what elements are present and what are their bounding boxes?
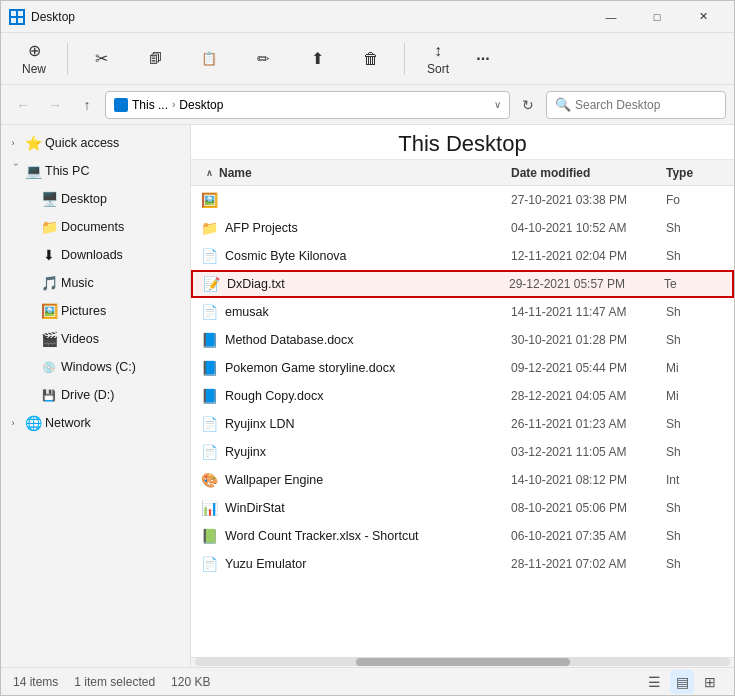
sidebar: › ⭐ Quick access › 💻 This PC 🖥️ Desktop … <box>1 125 191 667</box>
address-chevron-1: › <box>172 99 175 110</box>
share-button[interactable]: ⬆ <box>292 37 342 81</box>
pictures-icon: 🖼️ <box>41 303 57 319</box>
network-icon: 🌐 <box>25 415 41 431</box>
file-name-f7: Rough Copy.docx <box>225 389 511 403</box>
sidebar-item-videos[interactable]: 🎬 Videos <box>1 325 190 353</box>
address-box[interactable]: This ... › Desktop ∨ <box>105 91 510 119</box>
sidebar-item-pictures[interactable]: 🖼️ Pictures <box>1 297 190 325</box>
sidebar-item-drive-d[interactable]: 💾 Drive (D:) <box>1 381 190 409</box>
file-date-f8: 26-11-2021 01:23 AM <box>511 417 666 431</box>
cut-icon: ✂ <box>95 49 108 68</box>
drive-d-icon: 💾 <box>41 387 57 403</box>
file-name-f13: Yuzu Emulator <box>225 557 511 571</box>
addressbar: ← → ↑ This ... › Desktop ∨ ↻ 🔍 <box>1 85 734 125</box>
back-button[interactable]: ← <box>9 91 37 119</box>
sidebar-item-windows-c[interactable]: 💿 Windows (C:) <box>1 353 190 381</box>
window: Desktop — □ ✕ ⊕ New ✂ 🗐 📋 ✏ ⬆ 🗑 <box>0 0 735 696</box>
file-row-f12[interactable]: 📗Word Count Tracker.xlsx - Shortcut06-10… <box>191 522 734 550</box>
search-box[interactable]: 🔍 <box>546 91 726 119</box>
file-type-f1: Sh <box>666 221 726 235</box>
sidebar-item-music[interactable]: 🎵 Music <box>1 269 190 297</box>
sidebar-label-pictures: Pictures <box>61 304 182 318</box>
close-button[interactable]: ✕ <box>680 1 726 33</box>
file-row-f1[interactable]: 📁AFP Projects04-10-2021 10:52 AMSh <box>191 214 734 242</box>
sidebar-item-quick-access[interactable]: › ⭐ Quick access <box>1 129 190 157</box>
file-date-f9: 03-12-2021 11:05 AM <box>511 445 666 459</box>
toolbar-separator-1 <box>67 43 68 75</box>
file-row-f6[interactable]: 📘Pokemon Game storyline.docx09-12-2021 0… <box>191 354 734 382</box>
sidebar-item-desktop[interactable]: 🖥️ Desktop <box>1 185 190 213</box>
file-row-f2[interactable]: 📄Cosmic Byte Kilonova12-11-2021 02:04 PM… <box>191 242 734 270</box>
quick-access-chevron: › <box>5 135 21 151</box>
delete-icon: 🗑 <box>363 50 379 68</box>
file-row-f3[interactable]: 📝DxDiag.txt29-12-2021 05:57 PMTe <box>191 270 734 298</box>
file-row-f9[interactable]: 📄Ryujinx03-12-2021 11:05 AMSh <box>191 438 734 466</box>
up-button[interactable]: ↑ <box>73 91 101 119</box>
titlebar: Desktop — □ ✕ <box>1 1 734 33</box>
file-area: This Desktop ∧ Name Date modified Type 🖼… <box>191 125 734 667</box>
window-icon <box>9 9 25 25</box>
svg-rect-1 <box>18 11 23 16</box>
sidebar-item-this-pc[interactable]: › 💻 This PC <box>1 157 190 185</box>
file-date-f2: 12-11-2021 02:04 PM <box>511 249 666 263</box>
sidebar-item-network[interactable]: › 🌐 Network <box>1 409 190 437</box>
file-row-f0[interactable]: 🖼️27-10-2021 03:38 PMFo <box>191 186 734 214</box>
scroll-thumb[interactable] <box>356 658 570 666</box>
more-button[interactable]: ··· <box>467 43 499 75</box>
file-list: 🖼️27-10-2021 03:38 PMFo📁AFP Projects04-1… <box>191 186 734 657</box>
page-title-area: This Desktop <box>191 125 734 160</box>
file-row-f7[interactable]: 📘Rough Copy.docx28-12-2021 04:05 AMMi <box>191 382 734 410</box>
file-name-f3: DxDiag.txt <box>227 277 509 291</box>
copy-button[interactable]: 🗐 <box>130 37 180 81</box>
file-date-f5: 30-10-2021 01:28 PM <box>511 333 666 347</box>
file-type-f4: Sh <box>666 305 726 319</box>
file-row-f11[interactable]: 📊WinDirStat08-10-2021 05:06 PMSh <box>191 494 734 522</box>
column-date[interactable]: Date modified <box>511 166 666 180</box>
file-date-f0: 27-10-2021 03:38 PM <box>511 193 666 207</box>
file-type-f7: Mi <box>666 389 726 403</box>
sort-icon: ↕ <box>434 42 442 60</box>
file-date-f3: 29-12-2021 05:57 PM <box>509 277 664 291</box>
address-folder-icon <box>114 98 128 112</box>
column-name[interactable]: Name <box>219 166 511 180</box>
view-details-button[interactable]: ▤ <box>670 670 694 694</box>
file-row-f13[interactable]: 📄Yuzu Emulator28-11-2021 07:02 AMSh <box>191 550 734 578</box>
share-icon: ⬆ <box>311 49 324 68</box>
file-type-f3: Te <box>664 277 724 291</box>
minimize-button[interactable]: — <box>588 1 634 33</box>
file-date-f12: 06-10-2021 07:35 AM <box>511 529 666 543</box>
scroll-indicator <box>191 657 734 667</box>
view-list-button[interactable]: ☰ <box>642 670 666 694</box>
paste-button[interactable]: 📋 <box>184 37 234 81</box>
file-name-f9: Ryujinx <box>225 445 511 459</box>
search-input[interactable] <box>575 98 725 112</box>
sidebar-item-downloads[interactable]: ⬇ Downloads <box>1 241 190 269</box>
rename-button[interactable]: ✏ <box>238 37 288 81</box>
forward-button[interactable]: → <box>41 91 69 119</box>
address-dropdown-icon[interactable]: ∨ <box>494 99 501 110</box>
file-date-f4: 14-11-2021 11:47 AM <box>511 305 666 319</box>
delete-button[interactable]: 🗑 <box>346 37 396 81</box>
file-icon-f2: 📄 <box>199 246 219 266</box>
column-type[interactable]: Type <box>666 166 726 180</box>
file-row-f8[interactable]: 📄Ryujinx LDN26-11-2021 01:23 AMSh <box>191 410 734 438</box>
new-button[interactable]: ⊕ New <box>9 37 59 81</box>
file-row-f10[interactable]: 🎨Wallpaper Engine14-10-2021 08:12 PMInt <box>191 466 734 494</box>
file-row-f5[interactable]: 📘Method Database.docx30-10-2021 01:28 PM… <box>191 326 734 354</box>
network-chevron: › <box>5 415 21 431</box>
maximize-button[interactable]: □ <box>634 1 680 33</box>
sidebar-label-windows-c: Windows (C:) <box>61 360 182 374</box>
address-prefix: This ... <box>132 98 168 112</box>
view-grid-button[interactable]: ⊞ <box>698 670 722 694</box>
file-type-f9: Sh <box>666 445 726 459</box>
file-name-f4: emusak <box>225 305 511 319</box>
cut-button[interactable]: ✂ <box>76 37 126 81</box>
file-date-f11: 08-10-2021 05:06 PM <box>511 501 666 515</box>
sidebar-item-documents[interactable]: 📁 Documents <box>1 213 190 241</box>
desktop-icon: 🖥️ <box>41 191 57 207</box>
selected-info: 1 item selected <box>74 675 155 689</box>
sort-button[interactable]: ↕ Sort <box>413 37 463 81</box>
refresh-button[interactable]: ↻ <box>514 91 542 119</box>
toolbar-separator-2 <box>404 43 405 75</box>
file-row-f4[interactable]: 📄emusak14-11-2021 11:47 AMSh <box>191 298 734 326</box>
